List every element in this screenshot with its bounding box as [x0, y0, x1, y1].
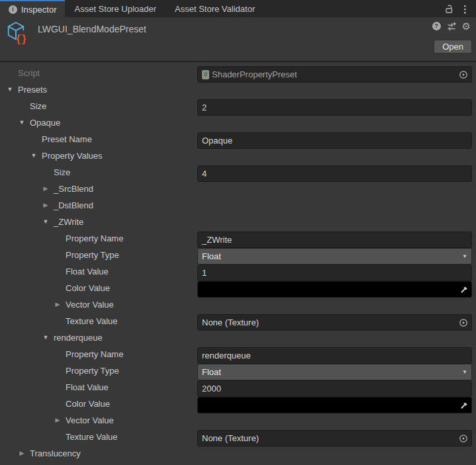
object-field[interactable]: #ShaderPropertyPreset	[197, 66, 472, 83]
inspector-row: ▶ _SrcBlend	[0, 181, 476, 197]
dropdown-value: Float	[202, 368, 221, 376]
tab-label: Asset Store Uploader	[74, 4, 156, 14]
tab-label: Inspector	[21, 5, 56, 15]
dropdown-value: Float	[202, 252, 221, 261]
inspector-row: Float Value 2000	[0, 379, 476, 396]
dropdown[interactable]: Float▼	[197, 248, 472, 265]
foldout-arrow[interactable]: ▼	[6, 81, 14, 98]
text-field[interactable]: 2	[197, 99, 472, 116]
info-icon: i	[9, 5, 17, 14]
foldout-arrow[interactable]: ▶	[18, 445, 26, 462]
header-actions: ? ⚙	[432, 21, 471, 31]
foldout-arrow[interactable]: ▶	[42, 197, 50, 214]
row-label: Translucency	[30, 445, 81, 462]
text-field[interactable]: renderqueue	[197, 347, 472, 364]
inspector-row: ▶ Translucency	[0, 445, 476, 462]
inspector-row: Size 2	[0, 98, 476, 114]
unlock-icon[interactable]	[444, 4, 453, 14]
foldout-arrow[interactable]: ▶	[54, 296, 62, 313]
object-field[interactable]: None (Texture)	[197, 314, 472, 331]
field-value: 2000	[202, 384, 221, 393]
row-label: Texture Value	[66, 313, 118, 329]
foldout-arrow[interactable]: ▼	[30, 148, 38, 164]
object-picker-icon[interactable]	[459, 70, 468, 79]
inspector-row: Texture Value None (Texture)	[0, 313, 476, 329]
object-field[interactable]: None (Texture)	[197, 430, 472, 446]
row-label: Property Values	[42, 148, 103, 164]
asset-title: LWGUI_BlendModePreset	[38, 24, 146, 34]
field-value: 1	[202, 269, 207, 277]
foldout-arrow[interactable]: ▼	[18, 114, 26, 131]
row-label: Property Name	[66, 346, 123, 362]
field-value: None (Texture)	[202, 434, 259, 443]
inspector-row: Property Type Float▼	[0, 362, 476, 379]
braces-glyph: {}	[15, 33, 26, 44]
open-button[interactable]: Open	[434, 40, 472, 54]
presets-icon[interactable]	[447, 22, 456, 31]
color-field[interactable]	[197, 397, 472, 413]
foldout-arrow[interactable]: ▼	[42, 214, 50, 230]
inspector-row: Float Value 1	[0, 263, 476, 280]
row-label: Script	[18, 65, 40, 81]
tab-asset-store-validator[interactable]: Asset Store Validator	[166, 0, 264, 17]
eyedropper-icon[interactable]	[459, 285, 469, 294]
eyedropper-icon[interactable]	[459, 401, 469, 410]
row-label: Preset Name	[42, 131, 92, 148]
inspector-row: ▶ Vector Value	[0, 412, 476, 429]
field-value: _ZWrite	[202, 235, 232, 244]
inspector-row: Property Name renderqueue	[0, 346, 476, 362]
foldout-arrow[interactable]: ▼	[42, 329, 50, 346]
inspector-row: ▼ Property Values	[0, 148, 476, 164]
text-field[interactable]: 2000	[197, 380, 472, 397]
foldout-arrow[interactable]: ▶	[54, 412, 62, 429]
object-picker-icon[interactable]	[459, 318, 468, 327]
gear-icon[interactable]: ⚙	[462, 21, 471, 31]
row-label: Size	[30, 98, 46, 114]
row-label: _DstBlend	[54, 197, 93, 214]
row-label: Size	[54, 164, 70, 181]
text-field[interactable]: 1	[197, 265, 472, 281]
row-label: Property Type	[66, 362, 119, 379]
inspector-row: ▶ Vector Value	[0, 296, 476, 313]
help-icon[interactable]: ?	[432, 22, 441, 30]
inspector-row: Preset Name Opaque	[0, 131, 476, 148]
tab-inspector[interactable]: i Inspector	[0, 0, 65, 17]
foldout-arrow[interactable]: ▶	[42, 181, 50, 197]
field-value: Opaque	[202, 136, 232, 145]
inspector-row: ▼ _ZWrite	[0, 214, 476, 230]
tab-bar-actions: ⋮	[444, 0, 476, 17]
text-field[interactable]: 4	[197, 165, 472, 182]
field-value: ShaderPropertyPreset	[212, 70, 297, 79]
inspector-row: Texture Value None (Texture)	[0, 429, 476, 445]
row-label: Color Value	[66, 396, 110, 412]
csharp-script-icon: #	[202, 70, 209, 79]
dropdown[interactable]: Float▼	[197, 364, 472, 380]
text-field[interactable]: _ZWrite	[197, 232, 472, 248]
row-label: Color Value	[66, 280, 110, 296]
row-label: Vector Value	[66, 412, 114, 429]
inspector-row: ▼ Presets	[0, 81, 476, 98]
inspector-row: Property Type Float▼	[0, 247, 476, 263]
kebab-menu-icon[interactable]: ⋮	[460, 4, 470, 14]
field-value: None (Texture)	[202, 318, 259, 327]
color-field[interactable]	[197, 281, 472, 298]
unity-inspector-window: i Inspector Asset Store Uploader Asset S…	[0, 0, 476, 465]
inspector-row: Color Value	[0, 396, 476, 412]
inspector-row: ▼ Opaque	[0, 114, 476, 131]
inspector-row: Property Name _ZWrite	[0, 230, 476, 247]
object-picker-icon[interactable]	[459, 434, 468, 443]
inspector-row: Script #ShaderPropertyPreset	[0, 65, 476, 81]
tab-asset-store-uploader[interactable]: Asset Store Uploader	[65, 0, 166, 17]
field-value: 4	[202, 169, 207, 178]
row-label: Float Value	[66, 263, 109, 280]
row-label: Texture Value	[66, 429, 118, 445]
field-value: 2	[202, 103, 207, 112]
row-label: Property Type	[66, 247, 119, 263]
row-label: Float Value	[66, 379, 109, 396]
field-value: renderqueue	[202, 351, 251, 360]
text-field[interactable]: Opaque	[197, 132, 472, 149]
row-label: renderqueue	[54, 329, 103, 346]
preset-asset-icon: {}	[6, 21, 26, 44]
inspector-row: Size 4	[0, 164, 476, 181]
row-label: _ZWrite	[54, 214, 83, 230]
